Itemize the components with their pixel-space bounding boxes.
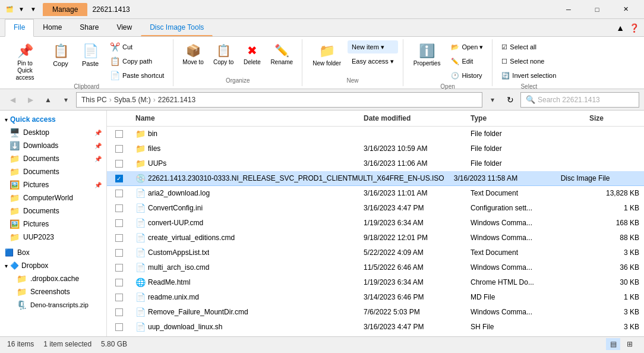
ribbon-collapse-icon[interactable]: ▲ — [616, 23, 624, 33]
refresh-button[interactable]: ↻ — [503, 92, 518, 108]
check-cell[interactable] — [107, 335, 131, 336]
sidebar-item-dropbox-cache[interactable]: 📁 .dropbox.cache — [0, 272, 106, 285]
check-cell[interactable] — [107, 246, 131, 259]
check-cell[interactable] — [107, 291, 131, 304]
table-row[interactable]: 📄uup_download_macos.sh3/16/2023 4:47 PMS… — [107, 335, 644, 336]
check-cell[interactable] — [107, 127, 131, 140]
sidebar-item-documents3[interactable]: 📁 Documents — [0, 204, 106, 218]
box-header[interactable]: 🟦 Box — [0, 246, 106, 259]
select-none-button[interactable]: ☐ Select none — [497, 55, 560, 68]
checkbox[interactable] — [115, 308, 123, 316]
check-cell[interactable] — [107, 157, 131, 170]
path-crumb-thispc[interactable]: This PC — [81, 96, 107, 104]
checkbox[interactable] — [115, 160, 123, 168]
table-row[interactable]: 📄CustomAppsList.txt5/22/2022 4:09 AMText… — [107, 245, 644, 260]
table-row[interactable]: 📄readme.unix.md3/14/2023 6:46 PMMD File1… — [107, 290, 644, 305]
history-button[interactable]: 🕐 History — [447, 69, 487, 82]
open-button[interactable]: 📂 Open ▾ — [447, 40, 487, 53]
header-size[interactable]: Size — [585, 113, 644, 124]
checkbox[interactable]: ✓ — [115, 175, 123, 182]
header-type[interactable]: Type — [466, 113, 585, 124]
up-button[interactable]: ▲ — [40, 92, 56, 108]
checkbox[interactable] — [115, 279, 123, 286]
table-row[interactable]: 📄ConvertConfig.ini3/16/2023 4:47 PMConfi… — [107, 201, 644, 216]
table-row[interactable]: 📄create_virtual_editions.cmd9/18/2022 12… — [107, 231, 644, 245]
sidebar-item-desktop[interactable]: 🖥️ Desktop 📌 — [0, 126, 106, 139]
large-icons-view-button[interactable]: ⊞ — [623, 338, 637, 350]
sidebar-item-computerworld[interactable]: 📁 ComputerWorld — [0, 191, 106, 204]
manage-tab-label[interactable]: Manage — [43, 3, 87, 16]
table-row[interactable]: 📁files3/16/2023 10:59 AMFile folder — [107, 141, 644, 156]
sidebar-item-documents[interactable]: 📁 Documents 📌 — [0, 152, 106, 165]
select-all-button[interactable]: ☑ Select all — [497, 40, 560, 53]
delete-button[interactable]: ✖ Delete — [239, 40, 265, 76]
paste-shortcut-button[interactable]: 📄 Paste shortcut — [106, 69, 168, 82]
maximize-button[interactable]: □ — [583, 0, 611, 19]
table-row[interactable]: 📁UUPs3/16/2023 11:06 AMFile folder — [107, 156, 644, 171]
sidebar-item-pictures[interactable]: 🖼️ Pictures 📌 — [0, 178, 106, 191]
check-cell[interactable] — [107, 305, 131, 319]
table-row[interactable]: ✓💿22621.1413.230310-0333.NI_RELEASE_SVC_… — [107, 171, 644, 186]
checkbox[interactable] — [115, 204, 123, 212]
table-row[interactable]: 📄convert-UUP.cmd1/19/2023 6:34 AMWindows… — [107, 216, 644, 231]
tab-file[interactable]: File — [5, 19, 34, 37]
header-date[interactable]: Date modified — [359, 113, 466, 124]
close-button[interactable]: ✕ — [612, 0, 639, 19]
checkbox[interactable] — [115, 323, 123, 331]
new-item-button[interactable]: New item ▾ — [348, 40, 398, 53]
checkbox[interactable] — [115, 145, 123, 153]
forward-button[interactable]: ▶ — [23, 92, 38, 108]
easy-access-button[interactable]: Easy access ▾ — [348, 55, 398, 68]
address-dropdown-button[interactable]: ▾ — [485, 92, 500, 108]
search-box[interactable]: 🔍 Search 22621.1413 — [520, 92, 639, 108]
header-name[interactable]: Name — [131, 113, 359, 124]
rename-button[interactable]: ✏️ Rename — [266, 40, 297, 76]
table-row[interactable]: 🌐ReadMe.html1/19/2023 6:34 AMChrome HTML… — [107, 275, 644, 290]
table-row[interactable]: 📄Remove_Failure_MountDir.cmd7/6/2022 5:0… — [107, 305, 644, 320]
checkbox[interactable] — [115, 249, 123, 257]
copy-button[interactable]: 📋 Copy — [46, 40, 75, 76]
check-cell[interactable] — [107, 142, 131, 155]
properties-button[interactable]: ℹ️ Properties — [408, 40, 446, 76]
copy-to-button[interactable]: 📋 Copy to — [209, 40, 238, 76]
move-to-button[interactable]: 📦 Move to — [178, 40, 208, 76]
check-cell[interactable] — [107, 320, 131, 333]
quick-access-header[interactable]: ▾ Quick access — [0, 113, 106, 126]
checkbox[interactable] — [115, 264, 123, 272]
tab-home[interactable]: Home — [34, 19, 71, 36]
check-cell[interactable] — [107, 201, 131, 215]
sidebar-item-downloads[interactable]: ⬇️ Downloads 📌 — [0, 139, 106, 152]
check-cell[interactable]: ✓ — [107, 172, 131, 185]
checkbox[interactable] — [115, 219, 123, 227]
help-icon[interactable]: ❓ — [629, 23, 639, 33]
recent-locations-button[interactable]: ▾ — [58, 92, 74, 108]
path-crumb-syba5[interactable]: Syba.5 (M:) — [114, 96, 151, 104]
checkbox[interactable] — [115, 190, 123, 197]
tab-disc-image-tools[interactable]: Disc Image Tools — [141, 19, 213, 36]
cut-button[interactable]: ✂️ Cut — [106, 40, 168, 53]
check-cell[interactable] — [107, 231, 131, 244]
checkbox[interactable] — [115, 294, 123, 301]
dropbox-header[interactable]: ▾ 🔷 Dropbox — [0, 259, 106, 272]
table-row[interactable]: 📄uup_download_linux.sh3/16/2023 4:47 PMS… — [107, 320, 644, 335]
details-view-button[interactable]: ▤ — [606, 338, 620, 350]
sidebar-item-uup2023[interactable]: 📁 UUP2023 — [0, 231, 106, 244]
sidebar-item-documents2[interactable]: 📁 Documents — [0, 165, 106, 178]
check-cell[interactable] — [107, 261, 131, 274]
sidebar-item-deno[interactable]: 🗜️ Deno-transcripts.zip — [0, 298, 106, 311]
address-path[interactable]: This PC › Syba.5 (M:) › 22621.1413 — [76, 92, 482, 108]
check-cell[interactable] — [107, 216, 131, 229]
sidebar-item-screenshots[interactable]: 📁 Screenshots — [0, 285, 106, 298]
pin-to-quick-access-button[interactable]: 📌 Pin to Quick access — [5, 40, 45, 76]
check-cell[interactable] — [107, 276, 131, 289]
edit-button[interactable]: ✏️ Edit — [447, 55, 487, 68]
new-folder-button[interactable]: 📁 New folder — [307, 40, 346, 76]
check-cell[interactable] — [107, 187, 131, 200]
path-crumb-folder[interactable]: 22621.1413 — [158, 96, 195, 104]
invert-selection-button[interactable]: 🔄 Invert selection — [497, 69, 560, 82]
checkbox[interactable] — [115, 234, 123, 242]
copy-path-button[interactable]: 📋 Copy path — [106, 55, 168, 68]
checkbox[interactable] — [115, 130, 123, 138]
tab-share[interactable]: Share — [71, 19, 108, 36]
table-row[interactable]: 📁binFile folder — [107, 127, 644, 141]
